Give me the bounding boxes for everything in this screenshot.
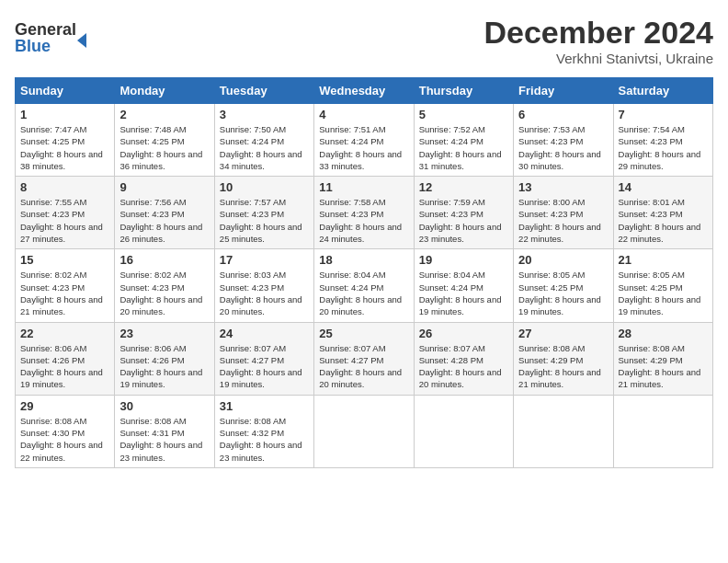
- day-detail: Sunrise: 8:01 AMSunset: 4:23 PMDaylight:…: [619, 196, 708, 245]
- calendar-cell: 7Sunrise: 7:54 AMSunset: 4:23 PMDaylight…: [613, 104, 712, 177]
- day-detail: Sunrise: 8:07 AMSunset: 4:27 PMDaylight:…: [319, 342, 408, 391]
- day-of-week-header: Sunday: [16, 78, 115, 104]
- day-number: 2: [119, 108, 209, 121]
- day-detail: Sunrise: 7:58 AMSunset: 4:23 PMDaylight:…: [319, 196, 408, 245]
- svg-text:General: General: [15, 20, 76, 39]
- day-detail: Sunrise: 8:05 AMSunset: 4:25 PMDaylight:…: [518, 269, 608, 317]
- month-title: December 2024: [483, 15, 713, 51]
- day-detail: Sunrise: 8:08 AMSunset: 4:30 PMDaylight:…: [20, 415, 109, 464]
- calendar-cell: 27Sunrise: 8:08 AMSunset: 4:29 PMDayligh…: [514, 322, 613, 395]
- svg-text:Blue: Blue: [15, 37, 51, 55]
- title-area: December 2024 Verkhni Stanivtsi, Ukraine: [483, 15, 713, 66]
- day-detail: Sunrise: 7:54 AMSunset: 4:23 PMDaylight:…: [619, 123, 708, 172]
- day-number: 17: [220, 253, 309, 267]
- svg-marker-2: [77, 33, 86, 48]
- day-detail: Sunrise: 8:04 AMSunset: 4:24 PMDaylight:…: [419, 269, 508, 317]
- day-of-week-header: Friday: [514, 78, 613, 104]
- calendar-cell: 31Sunrise: 8:08 AMSunset: 4:32 PMDayligh…: [214, 395, 313, 467]
- calendar-cell: 3Sunrise: 7:50 AMSunset: 4:24 PMDaylight…: [214, 104, 313, 177]
- day-number: 5: [419, 108, 508, 121]
- day-detail: Sunrise: 7:55 AMSunset: 4:23 PMDaylight:…: [20, 196, 109, 245]
- calendar-week-row: 15Sunrise: 8:02 AMSunset: 4:23 PMDayligh…: [16, 249, 713, 322]
- day-number: 6: [518, 108, 608, 121]
- day-detail: Sunrise: 8:07 AMSunset: 4:27 PMDaylight:…: [220, 342, 309, 391]
- day-number: 8: [20, 180, 109, 194]
- calendar-cell: 9Sunrise: 7:56 AMSunset: 4:23 PMDaylight…: [115, 177, 214, 249]
- calendar-cell: 24Sunrise: 8:07 AMSunset: 4:27 PMDayligh…: [214, 322, 313, 395]
- day-detail: Sunrise: 8:03 AMSunset: 4:23 PMDaylight:…: [220, 269, 309, 317]
- day-of-week-header: Monday: [115, 78, 214, 104]
- day-detail: Sunrise: 7:59 AMSunset: 4:23 PMDaylight:…: [419, 196, 508, 245]
- calendar-cell: 11Sunrise: 7:58 AMSunset: 4:23 PMDayligh…: [314, 177, 414, 249]
- calendar-cell: 5Sunrise: 7:52 AMSunset: 4:24 PMDaylight…: [414, 104, 513, 177]
- calendar-cell: 18Sunrise: 8:04 AMSunset: 4:24 PMDayligh…: [314, 249, 414, 322]
- day-detail: Sunrise: 8:08 AMSunset: 4:29 PMDaylight:…: [518, 342, 608, 391]
- page-header: General Blue December 2024 Verkhni Stani…: [15, 15, 713, 66]
- day-detail: Sunrise: 8:06 AMSunset: 4:26 PMDaylight:…: [119, 342, 209, 391]
- day-detail: Sunrise: 8:07 AMSunset: 4:28 PMDaylight:…: [419, 342, 508, 391]
- logo-icon: General Blue: [15, 15, 88, 61]
- calendar-cell: 20Sunrise: 8:05 AMSunset: 4:25 PMDayligh…: [514, 249, 613, 322]
- calendar-cell: 1Sunrise: 7:47 AMSunset: 4:25 PMDaylight…: [16, 104, 115, 177]
- calendar-cell: 19Sunrise: 8:04 AMSunset: 4:24 PMDayligh…: [414, 249, 513, 322]
- calendar-cell: 17Sunrise: 8:03 AMSunset: 4:23 PMDayligh…: [214, 249, 313, 322]
- calendar-cell: 26Sunrise: 8:07 AMSunset: 4:28 PMDayligh…: [414, 322, 513, 395]
- day-number: 14: [619, 180, 708, 194]
- day-detail: Sunrise: 8:02 AMSunset: 4:23 PMDaylight:…: [119, 269, 209, 317]
- day-number: 22: [20, 327, 109, 340]
- calendar-cell: 10Sunrise: 7:57 AMSunset: 4:23 PMDayligh…: [214, 177, 313, 249]
- day-number: 27: [518, 327, 608, 340]
- day-number: 21: [619, 253, 708, 267]
- day-of-week-header: Wednesday: [314, 78, 414, 104]
- day-number: 31: [220, 399, 309, 413]
- day-detail: Sunrise: 7:47 AMSunset: 4:25 PMDaylight:…: [20, 123, 109, 172]
- day-of-week-header: Thursday: [414, 78, 513, 104]
- day-number: 4: [319, 108, 408, 121]
- calendar-week-row: 22Sunrise: 8:06 AMSunset: 4:26 PMDayligh…: [16, 322, 713, 395]
- calendar-cell: 28Sunrise: 8:08 AMSunset: 4:29 PMDayligh…: [613, 322, 712, 395]
- calendar-cell: 6Sunrise: 7:53 AMSunset: 4:23 PMDaylight…: [514, 104, 613, 177]
- calendar-table: SundayMondayTuesdayWednesdayThursdayFrid…: [15, 77, 713, 468]
- calendar-week-row: 8Sunrise: 7:55 AMSunset: 4:23 PMDaylight…: [16, 177, 713, 249]
- day-number: 15: [20, 253, 109, 267]
- day-detail: Sunrise: 7:52 AMSunset: 4:24 PMDaylight:…: [419, 123, 508, 172]
- day-number: 18: [319, 253, 408, 267]
- calendar-cell: 16Sunrise: 8:02 AMSunset: 4:23 PMDayligh…: [115, 249, 214, 322]
- day-detail: Sunrise: 8:08 AMSunset: 4:29 PMDaylight:…: [619, 342, 708, 391]
- calendar-cell: [514, 395, 613, 467]
- calendar-cell: 15Sunrise: 8:02 AMSunset: 4:23 PMDayligh…: [16, 249, 115, 322]
- day-detail: Sunrise: 8:06 AMSunset: 4:26 PMDaylight:…: [20, 342, 109, 391]
- day-number: 12: [419, 180, 508, 194]
- calendar-cell: 13Sunrise: 8:00 AMSunset: 4:23 PMDayligh…: [514, 177, 613, 249]
- day-detail: Sunrise: 7:56 AMSunset: 4:23 PMDaylight:…: [119, 196, 209, 245]
- day-number: 3: [220, 108, 309, 121]
- calendar-cell: [613, 395, 712, 467]
- day-number: 10: [220, 180, 309, 194]
- calendar-cell: 8Sunrise: 7:55 AMSunset: 4:23 PMDaylight…: [16, 177, 115, 249]
- day-number: 9: [119, 180, 209, 194]
- day-detail: Sunrise: 7:48 AMSunset: 4:25 PMDaylight:…: [119, 123, 209, 172]
- day-detail: Sunrise: 7:53 AMSunset: 4:23 PMDaylight:…: [518, 123, 608, 172]
- day-detail: Sunrise: 8:05 AMSunset: 4:25 PMDaylight:…: [619, 269, 708, 317]
- location-subtitle: Verkhni Stanivtsi, Ukraine: [483, 51, 713, 66]
- day-number: 19: [419, 253, 508, 267]
- day-detail: Sunrise: 7:50 AMSunset: 4:24 PMDaylight:…: [220, 123, 309, 172]
- day-number: 25: [319, 327, 408, 340]
- day-of-week-header: Saturday: [613, 78, 712, 104]
- calendar-cell: [314, 395, 414, 467]
- day-number: 24: [220, 327, 309, 340]
- calendar-week-row: 29Sunrise: 8:08 AMSunset: 4:30 PMDayligh…: [16, 395, 713, 467]
- day-detail: Sunrise: 7:57 AMSunset: 4:23 PMDaylight:…: [220, 196, 309, 245]
- logo: General Blue: [15, 15, 88, 61]
- calendar-cell: 29Sunrise: 8:08 AMSunset: 4:30 PMDayligh…: [16, 395, 115, 467]
- calendar-week-row: 1Sunrise: 7:47 AMSunset: 4:25 PMDaylight…: [16, 104, 713, 177]
- day-detail: Sunrise: 7:51 AMSunset: 4:24 PMDaylight:…: [319, 123, 408, 172]
- day-detail: Sunrise: 8:08 AMSunset: 4:31 PMDaylight:…: [119, 415, 209, 464]
- day-number: 20: [518, 253, 608, 267]
- day-number: 7: [619, 108, 708, 121]
- day-number: 26: [419, 327, 508, 340]
- calendar-header-row: SundayMondayTuesdayWednesdayThursdayFrid…: [16, 78, 713, 104]
- day-number: 1: [20, 108, 109, 121]
- day-number: 29: [20, 399, 109, 413]
- calendar-cell: 30Sunrise: 8:08 AMSunset: 4:31 PMDayligh…: [115, 395, 214, 467]
